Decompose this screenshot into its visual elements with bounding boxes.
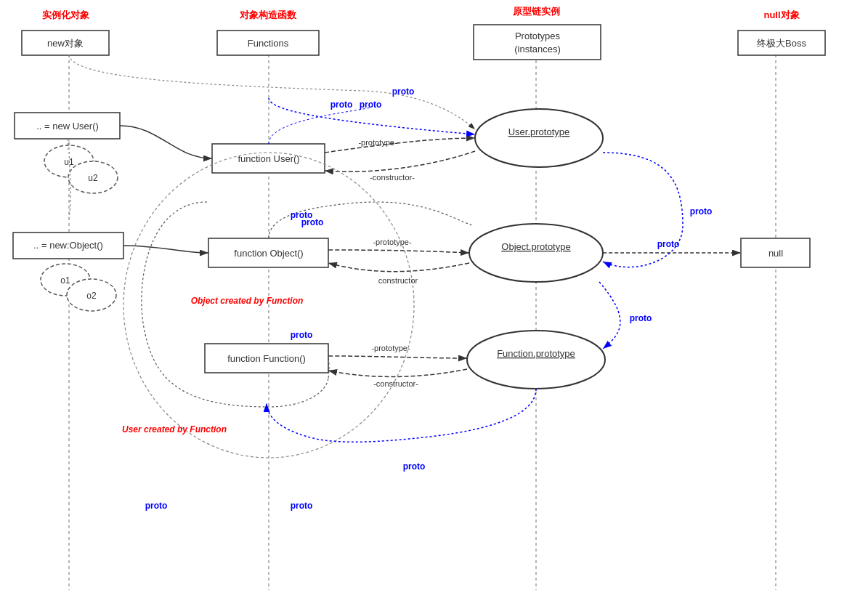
svg-text:new对象: new对象 xyxy=(47,38,84,49)
svg-text:null: null xyxy=(768,248,783,259)
diagram-container: new对象 Functions Prototypes (instances) 终… xyxy=(0,0,868,590)
svg-text:function Object(): function Object() xyxy=(234,248,303,259)
svg-text:-prototype-: -prototype- xyxy=(373,238,412,246)
svg-text:Functions: Functions xyxy=(248,38,289,49)
svg-text:Function.prototype: Function.prototype xyxy=(497,348,575,359)
svg-text:Object created by Function: Object created by Function xyxy=(191,296,304,306)
svg-text:(instances): (instances) xyxy=(514,44,561,54)
svg-text:终极大Boss: 终极大Boss xyxy=(757,38,806,49)
svg-text:Object.prototype: Object.prototype xyxy=(501,241,570,252)
svg-text:-prototype-: -prototype- xyxy=(371,344,410,352)
svg-text:-constructor-: -constructor- xyxy=(373,379,418,388)
svg-text:.. = new User(): .. = new User() xyxy=(36,121,99,132)
svg-text:.. = new:Object(): .. = new:Object() xyxy=(33,240,103,251)
svg-text:proto: proto xyxy=(145,501,168,511)
svg-text:-constructor-: -constructor- xyxy=(370,173,415,182)
svg-text:proto: proto xyxy=(360,100,382,110)
svg-text:proto: proto xyxy=(330,100,353,110)
svg-text:proto: proto xyxy=(657,239,680,249)
svg-text:function User(): function User() xyxy=(238,153,299,164)
svg-text:Prototypes: Prototypes xyxy=(515,31,561,41)
svg-text:proto: proto xyxy=(291,330,313,340)
svg-point-40 xyxy=(475,109,603,167)
svg-text:o1: o1 xyxy=(60,275,70,286)
svg-text:null对象: null对象 xyxy=(763,9,800,20)
svg-text:proto: proto xyxy=(392,86,415,97)
svg-text:原型链实例: 原型链实例 xyxy=(512,6,560,17)
svg-text:proto: proto xyxy=(630,313,652,323)
svg-text:proto: proto xyxy=(291,501,313,511)
diagram-svg: new对象 Functions Prototypes (instances) 终… xyxy=(0,0,868,590)
svg-text:proto: proto xyxy=(291,210,313,220)
svg-text:实例化对象: 实例化对象 xyxy=(41,9,90,20)
svg-point-44 xyxy=(467,331,605,389)
svg-text:User.prototype: User.prototype xyxy=(508,126,570,137)
svg-text:对象构造函数: 对象构造函数 xyxy=(239,9,297,20)
svg-text:User created by Function: User created by Function xyxy=(122,424,227,435)
svg-text:-prototype-: -prototype- xyxy=(358,138,397,147)
svg-text:proto: proto xyxy=(403,461,426,472)
svg-text:proto: proto xyxy=(690,206,713,217)
svg-text:u2: u2 xyxy=(88,173,98,183)
svg-text:function Function(): function Function() xyxy=(227,353,306,364)
svg-text:o2: o2 xyxy=(86,291,97,301)
svg-point-42 xyxy=(469,224,603,282)
